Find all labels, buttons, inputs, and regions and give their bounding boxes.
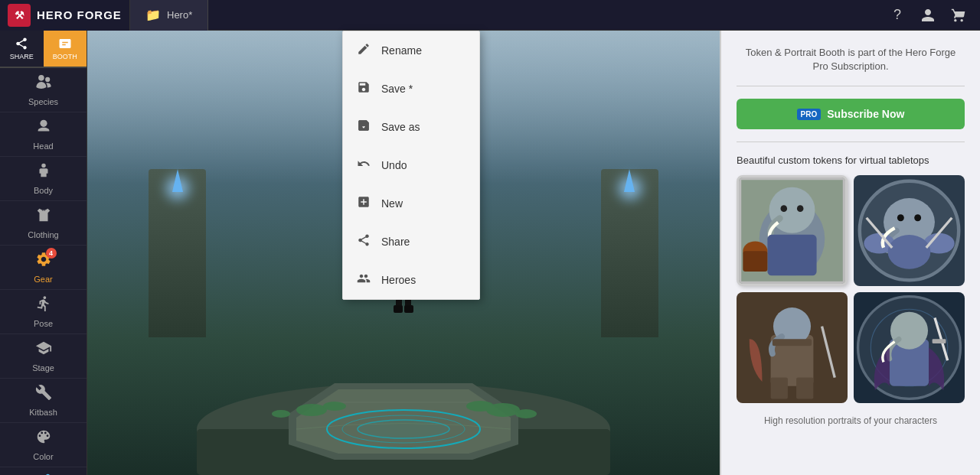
portrait-label: High resolution portraits of your charac… [737, 415, 965, 426]
logo-icon: ⚒ [8, 4, 31, 27]
svg-point-30 [781, 206, 788, 213]
svg-point-12 [486, 403, 520, 417]
sidebar: SHARE BOOTH Species Head Body Clothing [0, 31, 87, 475]
dropdown-undo[interactable]: Undo [343, 146, 479, 184]
sidebar-item-head[interactable]: Head [0, 112, 87, 157]
hero-tab-label: Hero* [167, 9, 192, 21]
tokens-divider [737, 142, 965, 142]
logo-text: HERO FORGE [37, 8, 122, 21]
dropdown-menu: Rename Save * Save as Undo New Share H [342, 31, 480, 300]
svg-point-31 [797, 206, 804, 213]
token-item-1[interactable] [737, 175, 848, 286]
help-button[interactable]: ? [884, 2, 911, 29]
pose-icon [35, 295, 52, 316]
svg-point-40 [888, 235, 931, 269]
sidebar-item-gear-label: Gear [34, 275, 52, 284]
svg-point-14 [515, 409, 537, 418]
sidebar-item-body[interactable]: Body [0, 157, 87, 201]
token-item-3[interactable] [737, 292, 848, 403]
svg-rect-18 [394, 305, 403, 313]
species-icon [35, 73, 52, 94]
promo-text: Token & Portrait Booth is part of the He… [737, 46, 965, 73]
pro-badge: PRO [797, 109, 822, 120]
new-label: New [381, 197, 403, 210]
svg-point-42 [914, 215, 921, 222]
share-menu-label: Share [381, 236, 410, 248]
topbar-right: ? [884, 2, 980, 29]
pro-divider [737, 86, 965, 86]
dropdown-heroes[interactable]: Heroes [343, 261, 479, 299]
logo[interactable]: ⚒ HERO FORGE [0, 0, 130, 31]
sidebar-item-body-label: Body [34, 186, 53, 195]
gear-icon: 4 [35, 251, 52, 272]
heroes-label: Heroes [381, 274, 416, 286]
sidebar-item-stage[interactable]: Stage [0, 334, 87, 379]
sidebar-item-kitbash-label: Kitbash [29, 408, 57, 417]
subscribe-button[interactable]: PRO Subscribe Now [737, 99, 965, 129]
clothing-icon [35, 207, 52, 227]
svg-rect-29 [767, 235, 816, 275]
dropdown-share-icon [357, 233, 372, 250]
svg-point-10 [323, 402, 346, 411]
sidebar-item-clothing-label: Clothing [28, 230, 58, 239]
svg-point-41 [897, 215, 904, 222]
sidebar-item-gear[interactable]: 4 Gear [0, 246, 87, 290]
svg-rect-50 [771, 378, 788, 399]
svg-rect-51 [796, 378, 813, 399]
svg-marker-25 [624, 169, 635, 192]
dropdown-rename[interactable]: Rename [343, 31, 479, 70]
booth-top-button[interactable]: BOOTH [44, 31, 87, 67]
token-item-2[interactable] [854, 175, 965, 286]
new-icon [357, 195, 372, 212]
dropdown-new[interactable]: New [343, 184, 479, 223]
svg-rect-58 [933, 340, 946, 344]
heroes-icon [357, 272, 372, 288]
sidebar-item-clothing[interactable]: Clothing [0, 201, 87, 246]
dropdown-share[interactable]: Share [343, 223, 479, 261]
svg-point-0 [40, 120, 47, 127]
sidebar-item-stage-label: Stage [32, 363, 54, 373]
svg-point-9 [296, 404, 327, 416]
save-as-label: Save as [381, 121, 420, 133]
booth-top-label: BOOTH [53, 53, 77, 60]
undo-label: Undo [381, 159, 407, 171]
svg-point-7 [358, 420, 449, 438]
sidebar-item-species[interactable]: Species [0, 68, 87, 112]
token-grid [737, 175, 965, 403]
sidebar-item-species-label: Species [28, 97, 58, 106]
undo-icon [357, 157, 372, 174]
save-label: Save * [381, 83, 413, 95]
pillar-left-light [170, 169, 185, 192]
svg-point-13 [272, 410, 290, 418]
rename-icon [357, 42, 372, 59]
right-panel: Token & Portrait Booth is part of the He… [720, 31, 980, 475]
head-icon [35, 118, 52, 138]
sidebar-item-pose-label: Pose [34, 319, 53, 328]
folder-icon: 📁 [145, 8, 161, 22]
dropdown-save-as[interactable]: Save as [343, 108, 479, 146]
sidebar-item-color[interactable]: Color [0, 423, 87, 467]
sidebar-item-share[interactable]: Share [0, 467, 87, 475]
kitbash-icon [35, 384, 52, 405]
stage-icon [35, 340, 52, 360]
hero-tab[interactable]: 📁 Hero* [130, 0, 208, 31]
share-top-button[interactable]: SHARE [0, 31, 44, 67]
subscribe-label: Subscribe Now [827, 108, 904, 120]
topbar: ⚒ HERO FORGE 📁 Hero* ? [0, 0, 980, 31]
svg-marker-24 [172, 169, 183, 192]
share-top-label: SHARE [10, 53, 34, 60]
cart-button[interactable] [945, 2, 972, 29]
dropdown-save[interactable]: Save * [343, 70, 479, 108]
body-icon [35, 162, 52, 183]
color-icon [35, 428, 52, 449]
tokens-title: Beautiful custom tokens for virtual tabl… [737, 155, 965, 166]
sidebar-item-head-label: Head [33, 142, 53, 151]
rename-label: Rename [381, 44, 422, 57]
sidebar-item-color-label: Color [33, 452, 53, 461]
account-button[interactable] [914, 2, 942, 29]
svg-rect-33 [743, 252, 767, 272]
svg-rect-49 [773, 340, 812, 346]
sidebar-item-pose[interactable]: Pose [0, 290, 87, 334]
token-item-4[interactable] [854, 292, 965, 403]
sidebar-item-kitbash[interactable]: Kitbash [0, 379, 87, 423]
